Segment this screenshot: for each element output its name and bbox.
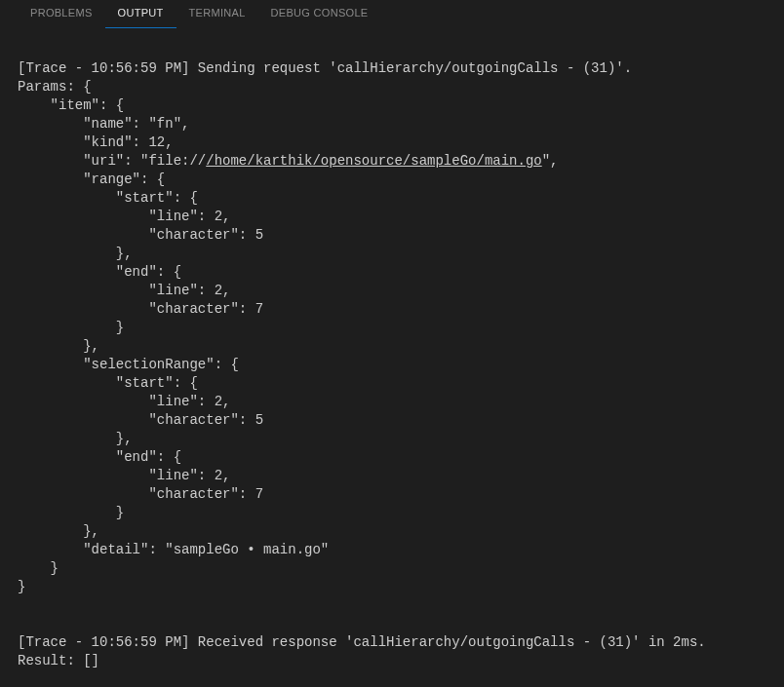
- tab-terminal[interactable]: TERMINAL: [176, 0, 258, 28]
- selend-char: "character": 7: [18, 486, 263, 502]
- start-char: "character": 5: [18, 227, 263, 243]
- item-close: }: [18, 560, 59, 576]
- range-open: "range": {: [18, 172, 165, 187]
- item-uri-prefix: "uri": "file://: [18, 153, 206, 169]
- output-panel[interactable]: [Trace - 10:56:59 PM] Sending request 'c…: [0, 29, 784, 682]
- start-open: "start": {: [18, 190, 198, 206]
- tab-problems[interactable]: PROBLEMS: [18, 0, 105, 28]
- selstart-char: "character": 5: [18, 412, 263, 428]
- params-close: }: [18, 579, 25, 594]
- selend-close: }: [18, 505, 124, 520]
- range-close: },: [18, 338, 99, 354]
- selend-open: "end": {: [18, 449, 181, 465]
- tab-output[interactable]: OUTPUT: [105, 0, 176, 28]
- item-kind: "kind": 12,: [18, 134, 174, 150]
- item-uri-suffix: ",: [542, 153, 559, 169]
- selstart-close: },: [18, 431, 133, 446]
- panel-tabs: PROBLEMS OUTPUT TERMINAL DEBUG CONSOLE: [0, 0, 784, 29]
- item-open: "item": {: [18, 97, 124, 113]
- uri-link[interactable]: /home/karthik/opensource/sampleGo/main.g…: [206, 153, 541, 169]
- selstart-open: "start": {: [18, 375, 198, 391]
- start-line: "line": 2,: [18, 209, 230, 224]
- tab-debug-console[interactable]: DEBUG CONSOLE: [258, 0, 381, 28]
- selrange-close: },: [18, 523, 99, 539]
- params-open: Params: {: [18, 79, 92, 95]
- end-line: "line": 2,: [18, 283, 230, 298]
- end-char: "character": 7: [18, 301, 263, 317]
- end-close: }: [18, 320, 124, 335]
- item-detail: "detail": "sampleGo • main.go": [18, 542, 329, 557]
- item-name: "name": "fn",: [18, 116, 189, 132]
- selrange-open: "selectionRange": {: [18, 357, 239, 372]
- trace-receive-result: Result: []: [18, 653, 99, 668]
- trace-send-header: [Trace - 10:56:59 PM] Sending request 'c…: [18, 60, 632, 76]
- end-open: "end": {: [18, 264, 181, 280]
- selend-line: "line": 2,: [18, 468, 230, 483]
- start-close: },: [18, 246, 133, 261]
- trace-receive-header: [Trace - 10:56:59 PM] Received response …: [18, 634, 706, 650]
- selstart-line: "line": 2,: [18, 394, 230, 409]
